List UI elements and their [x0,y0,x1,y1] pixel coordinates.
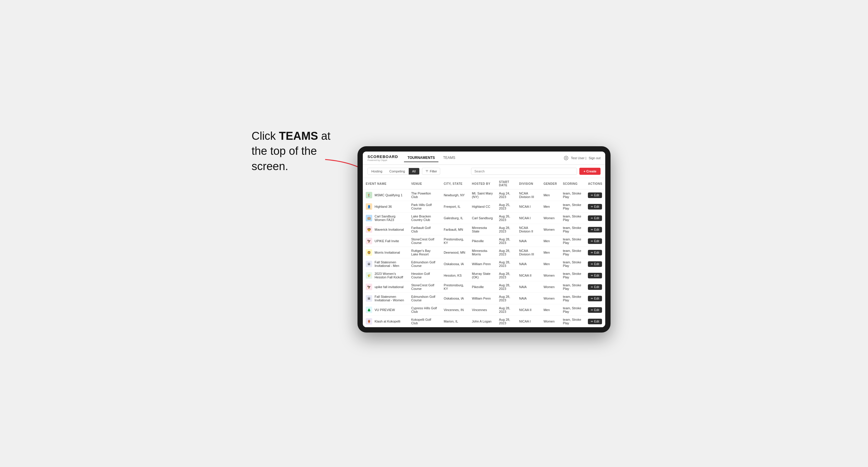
cell-division: NCAA Division III [516,247,540,258]
cell-hosted-by: Minnesota-Morris [469,247,496,258]
cell-gender: Women [540,270,560,281]
col-hosted-by: HOSTED BY [469,178,496,189]
cell-hosted-by: Minnesota State [469,224,496,236]
cell-hosted-by: Murray State (OK) [469,270,496,281]
cell-city-state: Prestonsburg, KY [441,281,469,293]
edit-button[interactable]: ✏ Edit [588,238,602,244]
filter-label: Filter [430,169,437,173]
cell-scoring: team, Stroke Play [560,247,585,258]
cell-scoring: team, Stroke Play [560,281,585,293]
cell-division: NICAA I [516,316,540,327]
cell-actions: ✏ Edit [585,224,605,236]
cell-venue: Edmundson Golf Course [408,258,440,270]
event-name-text: UPIKE Fall Invite [375,239,399,243]
event-name-text: Morris Invitational [375,251,400,254]
logo-title: SCOREBOARD [368,155,398,159]
edit-button[interactable]: ✏ Edit [588,273,602,278]
cell-scoring: team, Stroke Play [560,316,585,327]
cell-actions: ✏ Edit [585,316,605,327]
cell-division: NICAA I [516,213,540,224]
cell-scoring: team, Stroke Play [560,236,585,247]
nav-tournaments[interactable]: TOURNAMENTS [404,154,438,162]
event-name-text: VU PREVIEW [375,308,395,312]
edit-button[interactable]: ✏ Edit [588,284,602,290]
event-name-text: Klash at Kokopelli [375,319,400,323]
cell-division: NAIA [516,236,540,247]
cell-event-name: 🦅 UPIKE Fall Invite [363,236,408,247]
edit-button[interactable]: ✏ Edit [588,296,602,301]
create-button[interactable]: + Create [579,168,600,175]
cell-division: NCAA Division III [516,189,540,201]
filter-button[interactable]: Filter [422,168,440,175]
cell-actions: ✏ Edit [585,236,605,247]
cell-start-date: Aug 28, 2023 [496,224,516,236]
cell-actions: ✏ Edit [585,258,605,270]
cell-start-date: Aug 24, 2023 [496,189,516,201]
logo-sub: Powered by Clippit [368,159,398,161]
cell-venue: StoneCrest Golf Course [408,236,440,247]
table-row: 🏺 Klash at Kokopelli Kokopelli Golf Club… [363,316,605,327]
col-event-name: EVENT NAME [363,178,408,189]
cell-event-name: 🏛 Fall Statesmen Invitational - Men [363,258,408,270]
nav-teams[interactable]: TEAMS [440,154,459,162]
cell-gender: Women [540,224,560,236]
cell-scoring: team, Stroke Play [560,258,585,270]
table-row: 🏛 Fall Statesmen Invitational - Men Edmu… [363,258,605,270]
device-frame: SCOREBOARD Powered by Clippit TOURNAMENT… [358,146,611,333]
cell-event-name: 🤠 Maverick Invitational [363,224,408,236]
filter-competing[interactable]: Competing [386,168,408,175]
cell-venue: Edmundson Golf Course [408,293,440,304]
cell-scoring: team, Stroke Play [560,270,585,281]
cell-venue: Kokopelli Golf Club [408,316,440,327]
cell-hosted-by: Carl Sandburg [469,213,496,224]
table-row: 🦅 UPIKE Fall Invite StoneCrest Golf Cour… [363,236,605,247]
cell-venue: The Powelton Club [408,189,440,201]
cell-division: NICAA II [516,304,540,316]
search-input[interactable] [471,168,577,175]
cell-gender: Women [540,213,560,224]
edit-button[interactable]: ✏ Edit [588,250,602,255]
cell-venue: Hesston Golf Course [408,270,440,281]
cell-event-name: 🌾 2023 Women's Hesston Fall Kickoff [363,270,408,281]
table-row: 🏛 Fall Statesmen Invitational - Women Ed… [363,293,605,304]
cell-city-state: Prestonsburg, KY [441,236,469,247]
filter-all[interactable]: All [409,168,419,175]
svg-point-1 [565,157,567,159]
cell-venue: Ruttger's Bay Lake Resort [408,247,440,258]
edit-button[interactable]: ✏ Edit [588,319,602,324]
cell-venue: Park Hills Golf Course [408,201,440,213]
edit-button[interactable]: ✏ Edit [588,261,602,267]
cell-hosted-by: William Penn [469,293,496,304]
nav-bar: SCOREBOARD Powered by Clippit TOURNAMENT… [363,152,605,165]
cell-city-state: Hesston, KS [441,270,469,281]
cell-city-state: Galesburg, IL [441,213,469,224]
team-icon: 🏛 [366,261,372,267]
cell-division: NAIA [516,258,540,270]
cell-start-date: Aug 25, 2023 [496,201,516,213]
edit-button[interactable]: ✏ Edit [588,227,602,232]
cell-start-date: Aug 28, 2023 [496,270,516,281]
cell-start-date: Aug 28, 2023 [496,258,516,270]
edit-button[interactable]: ✏ Edit [588,307,602,313]
event-name-text: MSMC Qualifying 1 [375,193,403,197]
cell-actions: ✏ Edit [585,213,605,224]
cell-start-date: Aug 26, 2023 [496,213,516,224]
edit-button[interactable]: ✏ Edit [588,192,602,198]
cell-start-date: Aug 28, 2023 [496,247,516,258]
cell-actions: ✏ Edit [585,293,605,304]
cell-hosted-by: Pikeville [469,281,496,293]
filter-hosting[interactable]: Hosting [368,168,386,175]
cell-start-date: Aug 28, 2023 [496,304,516,316]
cell-city-state: Freeport, IL [441,201,469,213]
table-row: 🦅 upike fall invitational StoneCrest Gol… [363,281,605,293]
cell-event-name: 👤 Highland 36 [363,201,408,213]
cell-city-state: Vincennes, IN [441,304,469,316]
tournaments-table: EVENT NAME VENUE CITY, STATE HOSTED BY S… [363,178,605,327]
cell-hosted-by: Highland CC [469,201,496,213]
sign-out-link[interactable]: Sign out [589,156,600,160]
cell-event-name: 🏛 Fall Statesmen Invitational - Women [363,293,408,304]
settings-icon[interactable] [564,156,568,160]
cell-gender: Men [540,201,560,213]
edit-button[interactable]: ✏ Edit [588,215,602,221]
edit-button[interactable]: ✏ Edit [588,204,602,210]
